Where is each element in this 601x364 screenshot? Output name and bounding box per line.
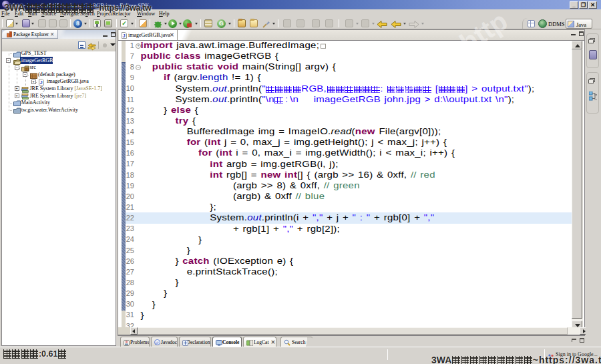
- svg-text:J: J: [123, 33, 126, 39]
